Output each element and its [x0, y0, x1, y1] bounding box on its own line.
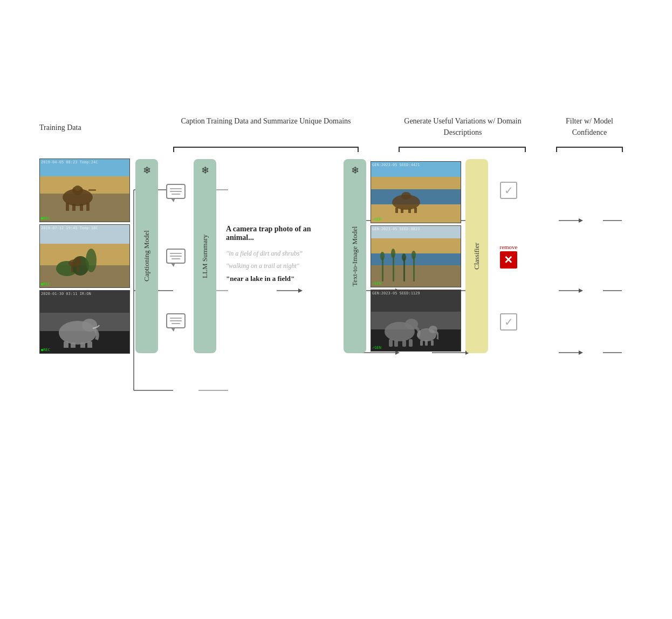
- gen-top-bar-3: GEN:2023-05 SEED:1129: [372, 291, 460, 295]
- bubble-line: [170, 256, 182, 257]
- svg-point-62: [402, 253, 406, 261]
- svg-rect-49: [80, 342, 85, 348]
- speech-bubbles-column: [162, 159, 189, 353]
- x-mark-icon: ✕: [504, 255, 513, 265]
- svg-rect-50: [87, 341, 92, 348]
- llm-summary-block: LLM Summary ❄: [194, 159, 216, 353]
- speech-bubble-icon-2: [166, 249, 186, 264]
- cam-top-bar-3: 2020-01-30 03:11 IR:ON: [41, 292, 128, 296]
- cam-overlay-3: ●REC: [41, 348, 50, 352]
- bubble-line: [172, 323, 180, 324]
- vline-left-generate: [399, 147, 400, 152]
- snowflake-icon-t2i: ❄: [349, 164, 361, 176]
- vline-right-filter: [622, 147, 623, 152]
- snowflake-icon-captioning: ❄: [141, 164, 153, 176]
- checkbox-accepted-2: ✓: [500, 313, 517, 331]
- svg-rect-61: [403, 258, 405, 281]
- main-layout: 2019-04-05 08:23 Temp:24C ●REC 2019-07-1…: [39, 159, 525, 354]
- svg-rect-54: [401, 209, 403, 213]
- text-to-image-label: Text-to-Image Model: [351, 226, 359, 286]
- svg-rect-33: [72, 204, 76, 211]
- diagram-container: Training Data Caption Training Data and …: [39, 110, 633, 531]
- svg-point-52: [401, 192, 411, 200]
- speech-bubble-group-2: [166, 249, 186, 264]
- svg-marker-24: [579, 288, 583, 293]
- training-images-column: 2019-04-05 08:23 Temp:24C ●REC 2019-07-1…: [39, 159, 131, 354]
- svg-rect-37: [88, 189, 96, 191]
- gen-top-bar-1: GEN:2023-05 SEED:4421: [372, 163, 460, 167]
- svg-rect-43: [71, 266, 73, 272]
- generated-images-column: GEN:2023-05 SEED:4421 ✓GEN GEN:2023-05 S…: [371, 161, 461, 352]
- cam-top-bar-2: 2019-07-12 19:45 Temp:18C: [41, 226, 128, 230]
- speech-bubble-group-1: [166, 184, 186, 199]
- text-to-image-model-block: Text-to-Image Model ❄: [344, 159, 366, 353]
- classifier-block: Classifier: [465, 159, 488, 353]
- svg-rect-67: [389, 339, 393, 347]
- x-mark-box: ✕: [500, 251, 517, 269]
- checkbox-accepted-1: ✓: [500, 182, 517, 199]
- bracket-caption: [173, 147, 359, 148]
- generated-image-wetland: GEN:2023-05 SEED:8823 ✓GEN: [371, 225, 461, 287]
- checkmark-icon-1: ✓: [504, 184, 513, 197]
- training-image-elephant: 2020-01-30 03:11 IR:ON ●REC: [39, 290, 130, 354]
- svg-rect-63: [413, 256, 415, 281]
- description-variant-2: "walking on a trail at night": [226, 262, 334, 270]
- filter-label: Filter w/ Model Confidence: [557, 115, 622, 138]
- vline-right-generate: [525, 147, 526, 152]
- svg-rect-48: [71, 342, 76, 348]
- svg-rect-70: [409, 339, 413, 347]
- filter-results-column: ✓ remove ✕ ✓: [492, 159, 525, 353]
- cam-top-bar-1: 2019-04-05 08:23 Temp:24C: [41, 160, 128, 164]
- svg-rect-56: [414, 208, 417, 213]
- svg-rect-35: [86, 203, 90, 211]
- bracket-generate: [399, 147, 526, 148]
- training-data-label: Training Data: [39, 123, 81, 132]
- bubble-line: [170, 318, 182, 319]
- filter-item-3: ✓: [500, 313, 517, 331]
- descriptions-area: A camera trap photo of an animal... "in …: [221, 219, 339, 293]
- svg-rect-57: [382, 257, 383, 281]
- snowflake-icon-llm: ❄: [199, 164, 211, 176]
- svg-rect-47: [64, 341, 68, 348]
- speech-bubble-group-3: [166, 313, 186, 328]
- svg-rect-75: [431, 340, 434, 346]
- bracket-filter: [556, 147, 623, 148]
- generate-variations-label: Generate Useful Variations w/ Domain Des…: [401, 115, 525, 138]
- vline-left-filter: [556, 147, 557, 152]
- bubble-line: [170, 320, 182, 321]
- gen-overlay-3: ✓GEN: [372, 346, 381, 350]
- svg-point-64: [412, 251, 416, 259]
- svg-marker-26: [579, 350, 583, 355]
- svg-rect-55: [408, 209, 411, 213]
- captioning-model-label: Captioning Model: [142, 231, 151, 282]
- svg-point-42: [76, 257, 81, 262]
- description-variant-1: "in a field of dirt and shrubs": [226, 250, 334, 258]
- cow-silhouette-icon: [56, 173, 99, 211]
- captioning-model-block: Captioning Model ❄: [135, 159, 158, 353]
- bubble-line: [170, 191, 182, 192]
- cam-overlay-1: ●REC: [41, 216, 50, 221]
- svg-rect-74: [425, 340, 428, 346]
- svg-point-60: [391, 249, 395, 258]
- description-main-text: A camera trap photo of an animal...: [226, 225, 334, 242]
- training-image-deer: 2019-07-12 19:45 Temp:18C ●REC: [39, 224, 130, 288]
- generated-image-elephant-water: GEN:2023-05 SEED:1129: [371, 290, 461, 352]
- elephant-silhouette-icon: [51, 305, 105, 348]
- gen-overlay-2: ✓GEN: [372, 281, 381, 286]
- svg-rect-44: [77, 267, 79, 272]
- bubble-line: [170, 188, 182, 189]
- training-image-cow: 2019-04-05 08:23 Temp:24C ●REC: [39, 159, 130, 222]
- llm-summary-label: LLM Summary: [201, 234, 209, 278]
- checkmark-icon-2: ✓: [504, 315, 513, 328]
- cam-overlay-2: ●REC: [41, 282, 50, 286]
- svg-point-58: [380, 252, 385, 260]
- gen-elephant-icon: [379, 304, 438, 347]
- remove-label: remove: [500, 244, 518, 250]
- svg-rect-68: [394, 340, 398, 347]
- vline-left-caption: [173, 147, 174, 152]
- gen-cow-lake-icon: [385, 181, 428, 213]
- svg-marker-22: [579, 218, 583, 223]
- vline-right-caption: [358, 147, 359, 152]
- svg-rect-73: [420, 340, 423, 346]
- deer-silhouette-icon: [51, 239, 99, 279]
